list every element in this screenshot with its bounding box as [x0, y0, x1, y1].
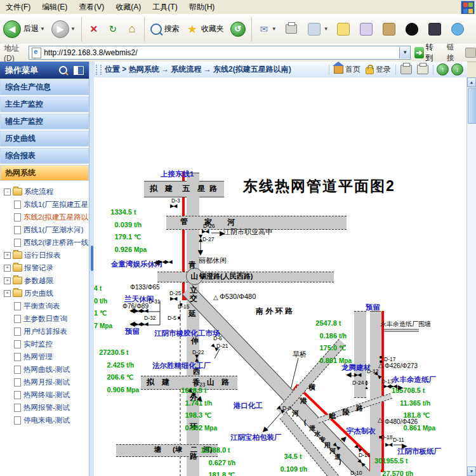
measurement-block: 1132.4t0.000t/h179.1℃0.917Mpa [94, 282, 116, 332]
flow-arrow-icon: ▶ [398, 384, 403, 391]
tree-item[interactable]: 热网报警-测试 [0, 401, 89, 414]
file-icon [14, 315, 21, 323]
edit-button[interactable]: ▼ [304, 17, 331, 42]
tree-item[interactable]: 西线1(厂至潮水河) [0, 223, 89, 236]
tree-item[interactable]: 实时监控 [0, 338, 89, 350]
tree-item[interactable]: 东线1(厂至拟建五星路) [0, 198, 89, 211]
menu-item[interactable]: 工具(T) [147, 0, 183, 14]
media-button[interactable] [379, 17, 399, 42]
forward-button[interactable]: ▶ ▼ [50, 17, 77, 42]
expand-icon[interactable]: + [4, 290, 11, 297]
menu-item[interactable]: 收藏(A) [110, 0, 147, 14]
tree-item[interactable]: +历史曲线 [0, 287, 89, 300]
sidebar-menu-item[interactable]: 辅生产监控 [0, 113, 89, 130]
customer-label: 永丰余造纸厂 [392, 376, 436, 384]
scrollbar-up-icon[interactable]: ▲ [467, 77, 476, 87]
tree-item[interactable]: 主参数日查询 [0, 312, 89, 325]
print-preview-icon[interactable] [417, 65, 428, 74]
tree-item[interactable]: 平衡查询表 [0, 300, 89, 312]
messenger-icon [428, 23, 441, 36]
flow-arrow-icon: ▶ [129, 308, 135, 315]
tree-item[interactable]: -系统流程 [0, 185, 89, 198]
vertical-scrollbar[interactable]: ▲ ▼ [466, 77, 476, 476]
toolbar-separator [251, 17, 252, 41]
map-top-link: 上接东线1 [161, 170, 194, 178]
tree-item-label: 历史曲线 [24, 289, 53, 298]
expand-icon[interactable]: + [4, 252, 11, 259]
expand-icon[interactable]: + [4, 265, 11, 272]
tree-item[interactable]: 热网终端-测试 [0, 388, 89, 401]
menu-item[interactable]: 帮助(H) [183, 0, 221, 14]
measurement-line: 0.861Mpa [305, 355, 355, 367]
scrollbar-down-icon[interactable]: ▼ [467, 466, 476, 476]
tree-item[interactable]: 用户结算报表 [0, 325, 89, 338]
menu-item[interactable]: 查看(V) [73, 0, 110, 14]
qq-button[interactable] [402, 17, 422, 42]
notes-button[interactable] [333, 17, 354, 42]
measurement-line: 198.3℃ [170, 409, 221, 422]
menu-item[interactable]: 编辑(E) [36, 0, 73, 14]
tree-item[interactable]: 停电来电-测试 [0, 414, 89, 426]
messenger-button[interactable] [425, 17, 445, 42]
contacts-button[interactable] [447, 17, 468, 42]
scroll-up-icon[interactable]: ↑ [437, 63, 449, 76]
tree-item-label: 热网报警-测试 [23, 403, 70, 413]
print-page-icon[interactable] [400, 65, 412, 74]
sidebar-menu-item[interactable]: 主生产监控 [0, 96, 89, 113]
tree-item[interactable]: 西线2(缪庄桥路一线) [0, 236, 89, 249]
stop-button[interactable]: ✕ [86, 17, 102, 42]
sidebar-search-icon[interactable] [59, 66, 67, 74]
road-name-char: 交 [190, 294, 197, 302]
tree-item[interactable]: 东线2(拟建五星路以南) [0, 211, 89, 223]
home-page-button[interactable]: 首页 [334, 64, 360, 75]
notes-icon [337, 23, 350, 36]
tree-item-label: 西线2(缪庄桥路一线) [23, 238, 89, 248]
sidebar-menu-item[interactable]: 综合生产信息 [0, 79, 89, 96]
measurement-line: 0.109t/h [265, 463, 316, 476]
scroll-down-icon[interactable]: ↓ [451, 63, 463, 76]
home-button[interactable]: ⌂ [124, 17, 140, 42]
refresh-button[interactable]: ↻ [105, 17, 121, 42]
forward-dropdown-icon[interactable]: ▼ [70, 26, 76, 32]
address-dropdown-icon[interactable]: ▼ [399, 47, 410, 58]
research-button[interactable] [356, 17, 376, 42]
expand-icon[interactable]: + [4, 277, 11, 284]
tree-item[interactable]: 热网月报-测试 [0, 376, 89, 388]
menu-item[interactable]: 文件(F) [0, 0, 36, 14]
login-button[interactable]: 登录 [366, 64, 391, 75]
tree-item[interactable]: +参数越限 [0, 274, 89, 287]
map-note: 永丰余造纸厂围墙 [380, 321, 431, 327]
road-name-char: 伸 [191, 337, 199, 345]
file-icon [14, 353, 21, 361]
links-label[interactable]: 链接 [447, 42, 459, 63]
tree-item[interactable]: 热网曲线-测试 [0, 363, 89, 376]
mail-button[interactable]: ✉▼ [256, 17, 279, 42]
search-button[interactable]: 搜索 [149, 17, 182, 42]
measurement-line: 181.8℃ [388, 409, 439, 422]
measurement-line: 0.906Mpa [94, 384, 143, 397]
sidebar-menu-item-selected[interactable]: 热网系统 [0, 164, 89, 182]
tree-item[interactable]: 热网管理 [0, 350, 89, 363]
map-note: 丽都休闲 [199, 256, 227, 264]
sidebar-menu-item[interactable]: 综合报表 [0, 147, 89, 164]
collapse-icon[interactable]: - [4, 188, 11, 195]
back-dropdown-icon[interactable]: ▼ [40, 26, 45, 32]
snagit-icon[interactable] [465, 48, 476, 58]
valve-icon: ▶◀ [202, 229, 208, 234]
go-button[interactable]: ➔ 转到 [414, 42, 438, 63]
valve-icon: ▶◀▶◀ [159, 260, 172, 265]
sidebar-menu-item[interactable]: 历史曲线 [0, 130, 89, 147]
sidebar-collapse-icon[interactable] [74, 66, 84, 75]
favorites-button[interactable]: ★ 收藏夹 [184, 17, 226, 42]
measurement-block: 12788.0t0.627t/h181.8℃0.890Mpa [194, 444, 244, 476]
tree-item[interactable]: +运行日报表 [0, 249, 89, 261]
tree-item[interactable]: +报警记录 [0, 261, 89, 274]
print-button[interactable] [281, 17, 301, 42]
scrollbar-thumb[interactable] [468, 88, 476, 124]
page-icon [32, 48, 41, 58]
address-input[interactable]: http://192.168.3.8/webmis2/ ▼ [29, 46, 411, 60]
home-page-label: 首页 [345, 64, 360, 75]
back-button[interactable]: ◀ 后退 ▼ [1, 17, 47, 42]
history-button[interactable]: ↺ [228, 17, 248, 42]
measurement-line: 12788.0t [194, 444, 244, 457]
